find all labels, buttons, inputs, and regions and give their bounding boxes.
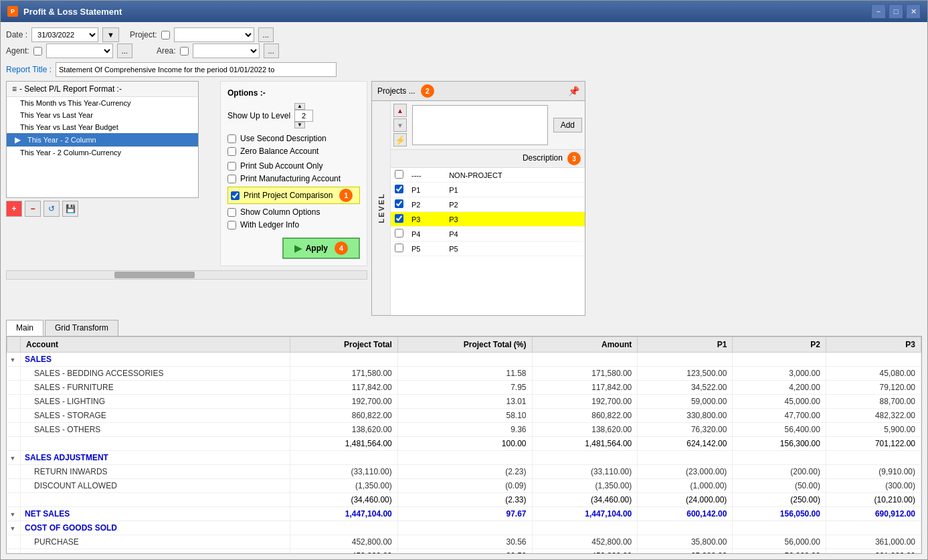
collapse-cell xyxy=(7,394,21,408)
area-select[interactable] xyxy=(193,43,260,58)
zero-balance-checkbox[interactable] xyxy=(227,147,236,156)
table-row: 452,800.0030.56452,800.0035,800.0056,000… xyxy=(7,549,921,554)
apply-button[interactable]: ▶ Apply 4 xyxy=(282,238,360,259)
project-select[interactable] xyxy=(174,27,254,42)
tab-main[interactable]: Main xyxy=(6,320,43,336)
project-row[interactable]: P4 P4 xyxy=(391,227,585,242)
project-checkbox[interactable] xyxy=(161,31,170,39)
project-row[interactable]: P2 P2 xyxy=(391,197,585,212)
print-project-comparison-label: Print Project Comparison xyxy=(244,191,333,200)
project-row[interactable]: P1 P1 xyxy=(391,183,585,197)
table-cell xyxy=(733,521,826,535)
format-list-item[interactable]: This Month vs This Year-Currency xyxy=(7,97,198,109)
table-cell: 7.95 xyxy=(397,380,532,394)
project-row[interactable]: ---- NON-PROJECT xyxy=(391,168,585,183)
table-cell: 171,580.00 xyxy=(532,366,638,380)
bottom-area: MainGrid Transform AccountProject TotalP… xyxy=(6,320,922,555)
window-title: Profit & Loss Statement xyxy=(23,7,122,17)
agent-checkbox[interactable] xyxy=(33,47,42,56)
table-row: SALES - OTHERS138,620.009.36138,620.0076… xyxy=(7,422,921,436)
date-dropdown-btn[interactable]: ▼ xyxy=(102,27,119,42)
print-manufacturing-checkbox[interactable] xyxy=(227,175,236,183)
date-select[interactable]: 31/03/2022 xyxy=(31,27,98,42)
close-button[interactable]: ✕ xyxy=(906,4,921,19)
table-cell xyxy=(290,352,397,366)
pin-icon[interactable]: 📌 xyxy=(568,86,579,96)
project-row-check[interactable] xyxy=(391,197,407,212)
horizontal-scrollbar[interactable] xyxy=(6,270,367,280)
table-cell: (200.00) xyxy=(733,464,826,478)
area-checkbox[interactable] xyxy=(180,47,189,56)
with-ledger-info-checkbox[interactable] xyxy=(227,221,236,229)
table-cell xyxy=(826,450,921,464)
table-cell: 9.36 xyxy=(397,422,532,436)
level-spinner: ▲ ▼ xyxy=(294,103,313,128)
col-header-5: P2 xyxy=(733,337,826,352)
project-row-check[interactable] xyxy=(391,183,407,197)
data-table-container[interactable]: AccountProject TotalProject Total (%)Amo… xyxy=(6,336,922,555)
level-lightning-btn[interactable]: ⚡ xyxy=(393,133,407,147)
report-title-input[interactable] xyxy=(56,62,337,77)
format-list-item[interactable]: This Year vs Last Year xyxy=(7,109,198,121)
table-cell: SALES xyxy=(21,352,290,366)
projects-list-area: ▲ ▼ ⚡ Add xyxy=(391,101,585,315)
maximize-button[interactable]: □ xyxy=(889,4,903,19)
project-row-check[interactable] xyxy=(391,227,407,242)
add-project-btn[interactable]: Add xyxy=(553,118,582,132)
format-list-item[interactable]: This Year - 2 Column-Currency xyxy=(7,147,198,159)
project-row-check[interactable] xyxy=(391,212,407,227)
table-cell xyxy=(733,352,826,366)
print-project-comparison-checkbox[interactable] xyxy=(231,191,240,200)
table-cell xyxy=(397,450,532,464)
table-cell: (23,000.00) xyxy=(638,464,733,478)
refresh-format-btn[interactable]: ↺ xyxy=(43,201,60,217)
table-cell: 860,822.00 xyxy=(290,408,397,422)
table-cell: (0.09) xyxy=(397,478,532,492)
table-cell xyxy=(532,521,638,535)
table-cell: 701,122.00 xyxy=(826,436,921,450)
project-row[interactable]: P5 P5 xyxy=(391,242,585,256)
table-cell: SALES - FURNITURE xyxy=(21,380,290,394)
level-up-arrow-btn[interactable]: ▲ xyxy=(393,104,407,117)
project-row-check[interactable] xyxy=(391,168,407,183)
tab-grid-transform[interactable]: Grid Transform xyxy=(45,320,118,336)
collapse-cell xyxy=(7,492,21,506)
level-down-arrow-btn[interactable]: ▼ xyxy=(393,118,407,132)
table-cell: 100.00 xyxy=(397,436,532,450)
level-up-btn[interactable]: ▲ xyxy=(294,103,305,110)
format-list-item[interactable]: ▶This Year - 2 Column xyxy=(7,133,198,147)
add-format-btn[interactable]: + xyxy=(6,201,22,217)
table-cell: COST OF GOODS SOLD xyxy=(21,521,290,535)
agent-browse-btn[interactable]: ... xyxy=(117,43,132,58)
apply-label: Apply xyxy=(306,244,328,253)
table-cell xyxy=(733,450,826,464)
table-cell: 361,000.00 xyxy=(826,549,921,554)
table-cell: 1,447,104.00 xyxy=(290,506,397,521)
remove-format-btn[interactable]: − xyxy=(25,201,41,217)
table-cell xyxy=(638,352,733,366)
table-cell xyxy=(21,549,290,554)
use-second-desc-checkbox[interactable] xyxy=(227,134,236,143)
project-row-check[interactable] xyxy=(391,242,407,256)
project-row[interactable]: P3 P3 xyxy=(391,212,585,227)
window-controls: − □ ✕ xyxy=(871,4,921,19)
projects-header: Projects ... 2 📌 xyxy=(371,81,585,101)
options-panel: Options :- Show Up to Level ▲ ▼ xyxy=(220,81,367,266)
table-cell: 171,580.00 xyxy=(290,366,397,380)
table-row: ▼NET SALES1,447,104.0097.671,447,104.006… xyxy=(7,506,921,521)
level-row: Show Up to Level ▲ ▼ xyxy=(227,103,360,128)
print-sub-account-checkbox[interactable] xyxy=(227,162,236,171)
format-list-item[interactable]: This Year vs Last Year Budget xyxy=(7,121,198,133)
project-browse-btn[interactable]: ... xyxy=(258,27,274,42)
level-input[interactable] xyxy=(294,110,313,122)
agent-select[interactable] xyxy=(46,43,113,58)
minimize-button[interactable]: − xyxy=(871,4,886,19)
show-column-options-checkbox[interactable] xyxy=(227,208,236,217)
col-header-0: Account xyxy=(21,337,290,352)
projects-table: Description 3 ---- NON-PROJECT P1 xyxy=(391,150,585,315)
area-browse-btn[interactable]: ... xyxy=(264,43,279,58)
projects-text-input[interactable] xyxy=(412,105,548,145)
level-down-btn[interactable]: ▼ xyxy=(294,122,305,128)
save-format-btn[interactable]: 💾 xyxy=(62,201,78,217)
collapse-cell xyxy=(7,464,21,478)
